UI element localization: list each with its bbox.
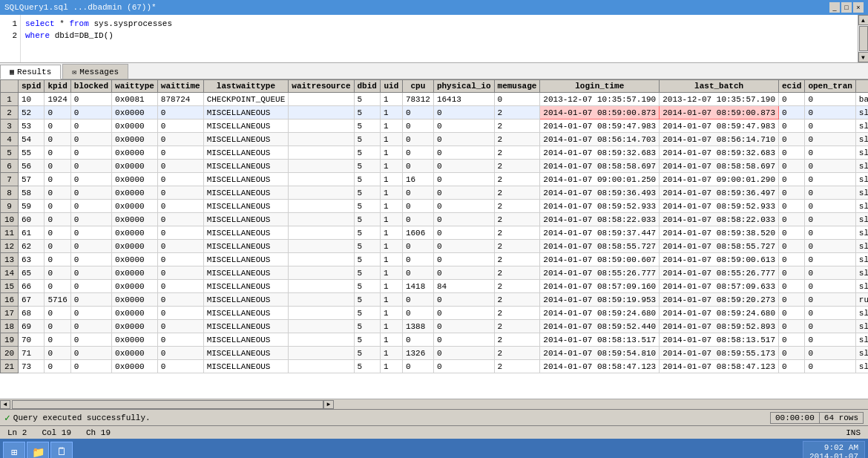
h-scroll-left-btn[interactable]: ◄ — [0, 400, 10, 409]
explorer-button[interactable]: 📁 — [27, 442, 49, 458]
table-cell: 2014-01-07 08:59:52.933 — [540, 200, 660, 213]
table-cell: 0 — [70, 320, 111, 333]
table-cell: 0 — [157, 347, 203, 360]
table-cell: MISCELLANEOUS — [203, 347, 289, 360]
table-cell — [289, 240, 354, 253]
table-cell: 0 — [45, 280, 70, 293]
table-row: 555000x00000MISCELLANEOUS510022014-01-07… — [1, 146, 869, 160]
table-cell: 2 — [494, 106, 540, 120]
table-cell: 5 — [354, 93, 380, 106]
table-cell: sleeping — [855, 106, 868, 120]
table-cell: 0 — [805, 93, 855, 106]
table-cell: 61 — [19, 226, 45, 240]
table-cell: 55 — [19, 146, 45, 160]
table-cell: 0 — [433, 266, 494, 280]
table-cell: 0 — [779, 360, 805, 373]
table-cell: 1606 — [402, 226, 433, 240]
taskbar: ⊞ 📁 🗒 9:02 AM 2014-01-07 — [0, 439, 868, 458]
status-bar: ✓ Query executed successfully. 00:00:00 … — [0, 409, 868, 425]
row-number: 13 — [1, 253, 19, 266]
table-cell: MISCELLANEOUS — [203, 266, 289, 280]
table-cell: 5 — [354, 253, 380, 266]
table-cell: 0 — [494, 93, 540, 106]
table-cell: 0 — [70, 186, 111, 200]
scroll-down-btn[interactable]: ▼ — [858, 52, 869, 62]
col-header-waitresource: waitresource — [289, 80, 354, 93]
table-cell: background — [855, 93, 868, 106]
table-row: 252000x00000MISCELLANEOUS510022014-01-07… — [1, 106, 869, 120]
table-cell: 0 — [45, 200, 70, 213]
table-cell: 0x0000 — [112, 106, 158, 120]
table-cell: 0 — [402, 186, 433, 200]
table-cell: MISCELLANEOUS — [203, 146, 289, 160]
table-cell: 0 — [70, 133, 111, 146]
row-count: 64 rows — [820, 412, 864, 424]
results-icon: ▦ — [10, 68, 14, 76]
table-cell: 0 — [70, 240, 111, 253]
table-cell: 1 — [380, 93, 402, 106]
table-cell: 0x0000 — [112, 120, 158, 133]
table-cell: 0 — [157, 307, 203, 320]
scroll-up-btn[interactable]: ▲ — [858, 15, 869, 25]
ch-indicator: Ch 19 — [86, 428, 111, 437]
horizontal-scrollbar[interactable]: ◄ ► — [0, 399, 868, 409]
table-cell: 0 — [779, 240, 805, 253]
table-cell: 1 — [380, 133, 402, 146]
table-cell: 5 — [354, 240, 380, 253]
table-cell: 2014-01-07 08:58:13.517 — [660, 333, 779, 347]
app-button[interactable]: 🗒 — [50, 442, 73, 458]
main-content: spid kpid blocked waittype waittime last… — [0, 79, 868, 409]
tab-results[interactable]: ▦ Results — [0, 65, 61, 79]
table-cell: 2014-01-07 08:58:47.123 — [540, 360, 660, 373]
table-cell: 2014-01-07 08:59:00.613 — [660, 253, 779, 266]
close-button[interactable]: × — [853, 2, 864, 13]
clock-widget: 9:02 AM 2014-01-07 — [803, 441, 865, 458]
table-cell: 0 — [433, 347, 494, 360]
table-row: 1667571600x00000MISCELLANEOUS510022014-0… — [1, 293, 869, 307]
table-row: 1262000x00000MISCELLANEOUS510022014-01-0… — [1, 240, 869, 253]
table-row: 1363000x00000MISCELLANEOUS510022014-01-0… — [1, 253, 869, 266]
table-cell: 0 — [779, 307, 805, 320]
table-cell: 0 — [779, 200, 805, 213]
table-cell: 16 — [402, 173, 433, 186]
execution-time: 00:00:00 — [770, 412, 820, 424]
table-cell: 5 — [354, 226, 380, 240]
table-cell: 2014-01-07 08:59:55.173 — [660, 347, 779, 360]
table-cell: 2014-01-07 08:59:19.953 — [540, 293, 660, 307]
tab-messages[interactable]: ✉ Messages — [62, 64, 128, 79]
table-cell: 0 — [805, 106, 855, 120]
table-body: 110192400x0081878724CHECKPOINT_QUEUE5178… — [1, 93, 869, 373]
table-cell: 0 — [402, 240, 433, 253]
results-table-container[interactable]: spid kpid blocked waittype waittime last… — [0, 79, 868, 399]
start-button[interactable]: ⊞ — [3, 442, 25, 458]
table-cell: 0x0000 — [112, 266, 158, 280]
table-cell: 54 — [19, 133, 45, 146]
code-editor[interactable]: select * from sys.sysprocesses where dbi… — [21, 15, 858, 62]
title-text: SQLQuery1.sql ...dbadmin (67))* — [4, 3, 157, 12]
table-cell: 0 — [433, 307, 494, 320]
row-number: 21 — [1, 360, 19, 373]
table-cell: 1 — [380, 240, 402, 253]
table-row: 1768000x00000MISCELLANEOUS510022014-01-0… — [1, 307, 869, 320]
ln-indicator: Ln 2 — [7, 428, 27, 437]
table-row: 656000x00000MISCELLANEOUS510022014-01-07… — [1, 160, 869, 173]
table-cell: MISCELLANEOUS — [203, 320, 289, 333]
table-cell: 5 — [354, 360, 380, 373]
table-cell — [289, 360, 354, 373]
h-scroll-thumb[interactable] — [12, 400, 323, 409]
table-cell: 2014-01-07 08:59:00.873 — [540, 106, 660, 120]
h-scroll-right-btn[interactable]: ► — [323, 400, 334, 409]
editor-scrollbar[interactable]: ▲ ▼ — [858, 15, 868, 62]
row-number: 16 — [1, 293, 19, 307]
table-cell: 57 — [19, 173, 45, 186]
table-cell: MISCELLANEOUS — [203, 186, 289, 200]
maximize-button[interactable]: □ — [841, 2, 852, 13]
table-cell: 2014-01-07 08:56:14.710 — [660, 133, 779, 146]
table-cell: 1418 — [402, 280, 433, 293]
table-cell: 16413 — [433, 93, 494, 106]
status-right: 00:00:00 64 rows — [770, 412, 864, 424]
table-cell: 1 — [380, 333, 402, 347]
table-cell: 2 — [494, 253, 540, 266]
table-cell: 5 — [354, 213, 380, 226]
minimize-button[interactable]: _ — [829, 2, 840, 13]
